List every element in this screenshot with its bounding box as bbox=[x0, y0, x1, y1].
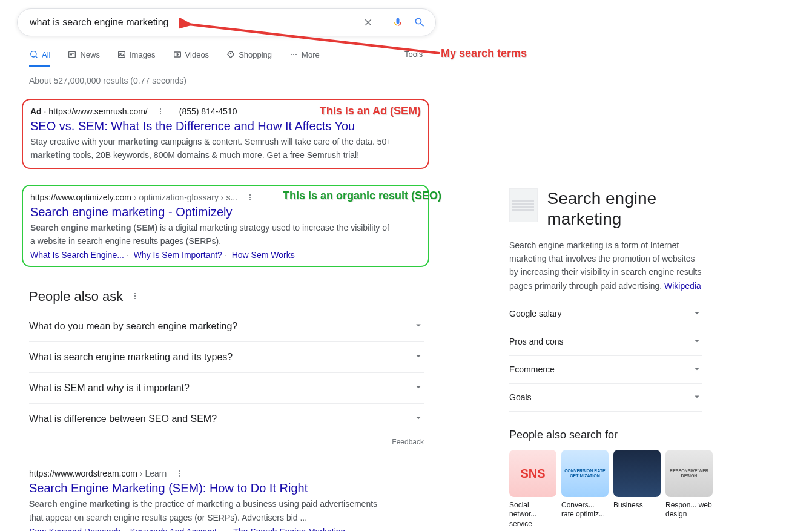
kp-attr-goals[interactable]: Goals bbox=[509, 383, 702, 412]
chevron-down-icon bbox=[692, 308, 702, 320]
people-also-ask: People also ask What do you mean by sear… bbox=[29, 289, 424, 446]
tab-shopping-label: Shopping bbox=[239, 50, 272, 59]
ad-badge: Ad bbox=[30, 107, 42, 116]
sitelink-2[interactable]: Why Is Sem Important? bbox=[134, 250, 222, 260]
sitelink-1[interactable]: Sem Keyword Research bbox=[29, 527, 120, 531]
knowledge-panel: Search engine marketing Search engine ma… bbox=[497, 188, 702, 531]
kp-card-label: Business bbox=[613, 501, 661, 510]
svg-point-18 bbox=[249, 194, 251, 196]
svg-point-23 bbox=[134, 298, 136, 299]
sitelinks: Sem Keyword Research· Keywords And Accou… bbox=[29, 527, 424, 531]
svg-point-13 bbox=[293, 54, 294, 55]
result-stats: About 527,000,000 results (0.77 seconds) bbox=[0, 67, 812, 85]
tab-news[interactable]: News bbox=[67, 50, 100, 67]
kp-also-search-title: People also search for bbox=[509, 429, 702, 441]
svg-point-15 bbox=[160, 108, 161, 110]
kp-card-label: Convers... rate optimiz... bbox=[561, 501, 609, 519]
more-icon[interactable] bbox=[155, 106, 166, 117]
svg-point-21 bbox=[134, 293, 136, 294]
paa-feedback[interactable]: Feedback bbox=[29, 438, 424, 446]
organic-result-2: https://www.wordstream.com › Learn Searc… bbox=[29, 468, 424, 531]
ad-result: This is an Ad (SEM) Ad · https://www.sem… bbox=[22, 99, 429, 169]
tab-more-label: More bbox=[302, 50, 320, 59]
search-divider bbox=[383, 15, 383, 30]
svg-point-19 bbox=[249, 197, 251, 198]
svg-point-11 bbox=[230, 53, 231, 53]
paa-title: People also ask bbox=[29, 289, 123, 305]
paa-question-2[interactable]: What is search engine marketing and its … bbox=[29, 341, 424, 372]
result-path: › Learn bbox=[137, 469, 167, 478]
kp-card-image: RESPONSIVE WEB DESIGN bbox=[665, 450, 713, 497]
kp-card-rwd[interactable]: RESPONSIVE WEB DESIGN Respon... web desi… bbox=[665, 450, 713, 529]
svg-line-3 bbox=[36, 56, 38, 58]
svg-point-12 bbox=[291, 54, 292, 55]
kp-card-image: SNS bbox=[509, 450, 556, 497]
ad-title[interactable]: SEO vs. SEM: What Is the Difference and … bbox=[30, 119, 421, 133]
kp-card-cro[interactable]: CONVERSION RATE OPTIMIZATION Convers... … bbox=[561, 450, 609, 529]
kp-title: Search engine marketing bbox=[547, 188, 703, 229]
search-bar[interactable] bbox=[17, 8, 436, 36]
paa-question-4[interactable]: What is difference between SEO and SEM? bbox=[29, 403, 424, 434]
tab-videos[interactable]: Videos bbox=[173, 50, 210, 67]
svg-point-14 bbox=[295, 54, 297, 55]
result-title[interactable]: Search engine marketing - Optimizely bbox=[30, 205, 421, 219]
tab-images[interactable]: Images bbox=[117, 50, 156, 67]
search-icon[interactable] bbox=[412, 15, 427, 30]
sitelinks: What Is Search Engine...· Why Is Sem Imp… bbox=[30, 250, 421, 260]
result-domain: https://www.optimizely.com bbox=[30, 193, 131, 202]
kp-card-label: Respon... web design bbox=[665, 501, 713, 519]
ad-url: https://www.semrush.com/ bbox=[48, 107, 147, 116]
kp-attr-salary[interactable]: Google salary bbox=[509, 300, 702, 328]
kp-thumbnail bbox=[509, 188, 538, 222]
tab-all-label: All bbox=[42, 50, 50, 59]
tools-button[interactable]: Tools bbox=[404, 50, 423, 59]
sitelink-1[interactable]: What Is Search Engine... bbox=[30, 250, 124, 260]
kp-card-sns[interactable]: SNS Social networ... service bbox=[509, 450, 556, 529]
svg-marker-10 bbox=[177, 53, 179, 56]
kp-card-image bbox=[613, 450, 661, 497]
sitelink-3[interactable]: The Search Engine Marketing... bbox=[233, 527, 352, 531]
more-icon[interactable] bbox=[245, 192, 256, 203]
sitelink-3[interactable]: How Sem Works bbox=[232, 250, 295, 260]
tab-more[interactable]: More bbox=[289, 50, 320, 67]
paa-question-1[interactable]: What do you mean by search engine market… bbox=[29, 311, 424, 341]
svg-point-2 bbox=[31, 51, 36, 57]
chevron-down-icon bbox=[413, 412, 424, 426]
svg-rect-7 bbox=[119, 51, 125, 57]
clear-icon[interactable] bbox=[361, 15, 375, 30]
tab-videos-label: Videos bbox=[185, 50, 210, 59]
svg-point-24 bbox=[179, 470, 180, 472]
more-icon[interactable] bbox=[130, 289, 140, 305]
organic-result-1: This is an organic result (SEO) https://… bbox=[22, 185, 429, 267]
tab-images-label: Images bbox=[130, 50, 156, 59]
chevron-down-icon bbox=[413, 320, 424, 333]
chevron-down-icon bbox=[413, 381, 424, 395]
result-path: › optimization-glossary › s... bbox=[131, 193, 237, 202]
tabs-divider bbox=[0, 67, 812, 67]
kp-card-label: Social networ... service bbox=[509, 501, 556, 529]
paa-question-3[interactable]: What is SEM and why is it important? bbox=[29, 372, 424, 403]
result-snippet: Search engine marketing (SEM) is a digit… bbox=[30, 221, 394, 248]
tab-shopping[interactable]: Shopping bbox=[226, 50, 272, 67]
chevron-down-icon bbox=[692, 363, 702, 376]
kp-attr-ecommerce[interactable]: Ecommerce bbox=[509, 355, 702, 383]
chevron-down-icon bbox=[413, 351, 424, 364]
svg-point-25 bbox=[179, 473, 180, 474]
kp-attr-proscons[interactable]: Pros and cons bbox=[509, 328, 702, 355]
search-input[interactable] bbox=[28, 16, 361, 28]
ad-phone: (855) 814-4510 bbox=[179, 107, 237, 116]
sitelink-2[interactable]: Keywords And Account... bbox=[130, 527, 224, 531]
result-snippet: Search engine marketing is the practice … bbox=[29, 497, 392, 524]
kp-wikipedia-link[interactable]: Wikipedia bbox=[664, 281, 701, 291]
result-title[interactable]: Search Engine Marketing (SEM): How to Do… bbox=[29, 481, 424, 495]
svg-point-17 bbox=[160, 113, 161, 114]
svg-point-26 bbox=[179, 475, 180, 477]
kp-card-business[interactable]: Business bbox=[613, 450, 661, 529]
mic-icon[interactable] bbox=[391, 15, 405, 30]
svg-point-22 bbox=[134, 295, 136, 297]
svg-point-20 bbox=[249, 199, 251, 200]
tab-all[interactable]: All bbox=[29, 50, 50, 67]
kp-card-image: CONVERSION RATE OPTIMIZATION bbox=[561, 450, 609, 497]
more-icon[interactable] bbox=[174, 468, 185, 479]
tab-news-label: News bbox=[80, 50, 100, 59]
